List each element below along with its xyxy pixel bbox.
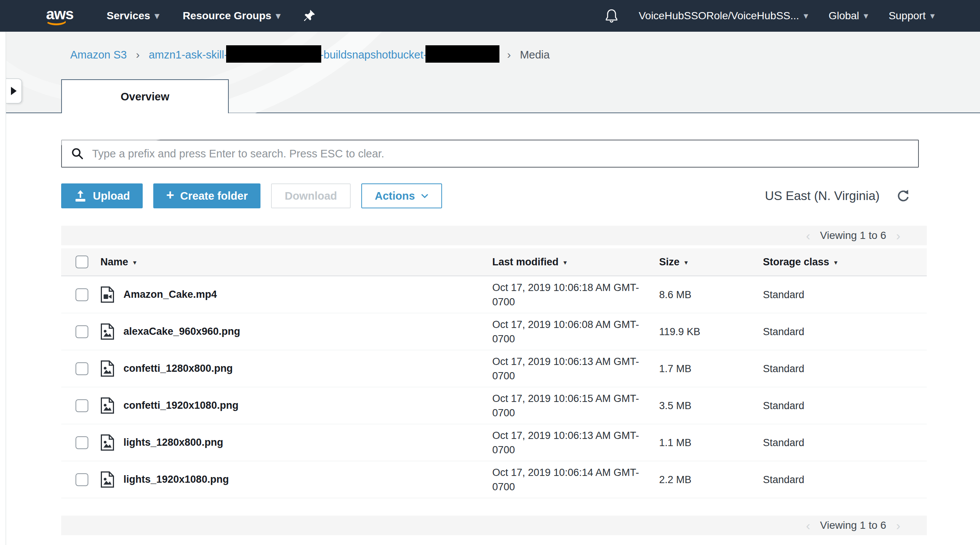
row-checkbox[interactable] bbox=[75, 473, 88, 486]
top-navbar: aws Services ▾ Resource Groups ▾ bbox=[0, 0, 980, 32]
objects-table: ‹ Viewing 1 to 6 › Name ▼ Last modified … bbox=[61, 226, 927, 535]
select-all-checkbox[interactable] bbox=[75, 256, 88, 269]
storage-class-value: Standard bbox=[763, 472, 927, 487]
table-row: confetti_1280x800.png Oct 17, 2019 10:06… bbox=[61, 350, 927, 387]
object-name-link[interactable]: lights_1920x1080.png bbox=[123, 473, 229, 485]
resource-groups-label: Resource Groups bbox=[183, 10, 271, 22]
table-body: Amazon_Cake.mp4 Oct 17, 2019 10:06:18 AM… bbox=[61, 276, 927, 498]
chevron-down-icon: ▾ bbox=[804, 11, 808, 21]
last-modified-value: Oct 17, 2019 10:06:08 AM GMT-0700 bbox=[492, 318, 659, 346]
redaction-box bbox=[226, 45, 321, 63]
storage-class-value: Standard bbox=[763, 324, 927, 339]
last-modified-value: Oct 17, 2019 10:06:13 AM GMT-0700 bbox=[492, 354, 659, 383]
chevron-down-icon bbox=[421, 194, 428, 199]
search-input[interactable] bbox=[92, 148, 909, 160]
chevron-left-icon[interactable]: ‹ bbox=[806, 519, 810, 532]
row-checkbox[interactable] bbox=[75, 436, 88, 449]
chevron-right-icon: › bbox=[507, 48, 511, 61]
column-storage-label: Storage class bbox=[763, 256, 829, 268]
image-file-icon bbox=[100, 434, 115, 451]
object-name-link[interactable]: Amazon_Cake.mp4 bbox=[123, 289, 217, 300]
pin-shortcut-button[interactable] bbox=[304, 10, 315, 22]
create-folder-label: Create folder bbox=[180, 190, 248, 202]
size-value: 119.9 KB bbox=[659, 324, 763, 339]
table-row: lights_1280x800.png Oct 17, 2019 10:06:1… bbox=[61, 424, 927, 461]
services-menu[interactable]: Services ▾ bbox=[107, 10, 159, 22]
refresh-icon bbox=[896, 189, 910, 203]
notifications-button[interactable] bbox=[605, 8, 618, 24]
chevron-left-icon[interactable]: ‹ bbox=[806, 229, 810, 242]
image-file-icon bbox=[100, 471, 115, 488]
region-label: US East (N. Virginia) bbox=[765, 189, 880, 203]
create-folder-button[interactable]: + Create folder bbox=[153, 183, 261, 208]
last-modified-value: Oct 17, 2019 10:06:18 AM GMT-0700 bbox=[492, 280, 659, 309]
chevron-right-icon[interactable]: › bbox=[896, 229, 900, 242]
resource-groups-menu[interactable]: Resource Groups ▾ bbox=[183, 10, 280, 22]
object-name-link[interactable]: confetti_1920x1080.png bbox=[123, 400, 239, 412]
region-menu-label: Global bbox=[829, 10, 859, 22]
breadcrumb-bucket-link[interactable]: amzn1-ask-skill- -buildsnapshotbucket- bbox=[149, 46, 498, 64]
tab-overview-label: Overview bbox=[121, 91, 170, 103]
size-value: 2.2 MB bbox=[659, 472, 763, 487]
breadcrumb-current: Media bbox=[520, 49, 550, 61]
chevron-down-icon: ▾ bbox=[930, 11, 935, 21]
table-row: alexaCake_960x960.png Oct 17, 2019 10:06… bbox=[61, 313, 927, 350]
support-menu[interactable]: Support ▾ bbox=[889, 10, 935, 22]
pagination-top: ‹ Viewing 1 to 6 › bbox=[61, 226, 927, 245]
image-file-icon bbox=[100, 360, 115, 377]
object-name-link[interactable]: lights_1280x800.png bbox=[123, 437, 223, 448]
table-header: Name ▼ Last modified ▼ Size ▼ Storage cl… bbox=[61, 248, 927, 276]
row-checkbox[interactable] bbox=[75, 325, 88, 338]
chevron-down-icon: ▾ bbox=[155, 11, 159, 21]
breadcrumb-amazon-s3-link[interactable]: Amazon S3 bbox=[70, 49, 127, 61]
column-header-size[interactable]: Size ▼ bbox=[659, 256, 763, 268]
subheader-band: Amazon S3 › amzn1-ask-skill- -buildsnaps… bbox=[0, 32, 980, 113]
column-header-name[interactable]: Name ▼ bbox=[100, 256, 492, 268]
size-value: 1.7 MB bbox=[659, 362, 763, 376]
sort-down-icon: ▼ bbox=[683, 259, 689, 266]
sort-down-icon: ▼ bbox=[132, 259, 138, 266]
s3-console-page: aws Services ▾ Resource Groups ▾ bbox=[0, 0, 980, 545]
storage-class-value: Standard bbox=[763, 288, 927, 302]
storage-class-value: Standard bbox=[763, 362, 927, 376]
sort-down-icon: ▼ bbox=[833, 259, 839, 266]
download-label: Download bbox=[285, 190, 337, 202]
actions-label: Actions bbox=[375, 190, 415, 202]
column-modified-label: Last modified bbox=[492, 256, 559, 268]
account-menu[interactable]: VoiceHubSSORole/VoiceHubSS... ▾ bbox=[639, 10, 808, 22]
tab-overview[interactable]: Overview bbox=[61, 79, 229, 113]
bell-icon bbox=[605, 8, 618, 24]
region-menu[interactable]: Global ▾ bbox=[829, 10, 868, 22]
chevron-right-icon: › bbox=[136, 48, 140, 61]
actions-button[interactable]: Actions bbox=[361, 183, 442, 208]
column-header-last-modified[interactable]: Last modified ▼ bbox=[492, 256, 659, 268]
object-name-link[interactable]: alexaCake_960x960.png bbox=[123, 326, 240, 337]
plus-icon: + bbox=[166, 188, 174, 202]
refresh-button[interactable] bbox=[896, 189, 910, 203]
object-name-link[interactable]: confetti_1280x800.png bbox=[123, 363, 233, 374]
download-button[interactable]: Download bbox=[271, 183, 351, 208]
upload-button[interactable]: Upload bbox=[61, 183, 143, 208]
prefix-search-bar bbox=[61, 140, 919, 168]
toolbar: Upload + Create folder Download Actions … bbox=[61, 183, 919, 208]
expand-panel-button[interactable] bbox=[6, 78, 22, 103]
aws-logo[interactable]: aws bbox=[46, 6, 73, 25]
column-header-storage-class[interactable]: Storage class ▼ bbox=[763, 256, 927, 268]
sort-down-icon: ▼ bbox=[563, 259, 568, 266]
image-file-icon bbox=[100, 397, 115, 414]
size-value: 3.5 MB bbox=[659, 399, 763, 413]
last-modified-value: Oct 17, 2019 10:06:15 AM GMT-0700 bbox=[492, 391, 659, 420]
left-gutter bbox=[0, 32, 6, 545]
breadcrumb: Amazon S3 › amzn1-ask-skill- -buildsnaps… bbox=[70, 46, 550, 64]
chevron-down-icon: ▾ bbox=[276, 11, 280, 21]
chevron-right-icon[interactable]: › bbox=[896, 519, 900, 532]
region-indicator: US East (N. Virginia) bbox=[765, 189, 919, 203]
row-checkbox[interactable] bbox=[75, 362, 88, 375]
storage-class-value: Standard bbox=[763, 399, 927, 413]
row-checkbox[interactable] bbox=[75, 288, 88, 301]
table-row: Amazon_Cake.mp4 Oct 17, 2019 10:06:18 AM… bbox=[61, 276, 927, 313]
row-checkbox[interactable] bbox=[75, 399, 88, 412]
image-file-icon bbox=[100, 323, 115, 340]
bucket-name-prefix: amzn1-ask-skill- bbox=[149, 49, 228, 61]
table-row: lights_1920x1080.png Oct 17, 2019 10:06:… bbox=[61, 461, 927, 498]
